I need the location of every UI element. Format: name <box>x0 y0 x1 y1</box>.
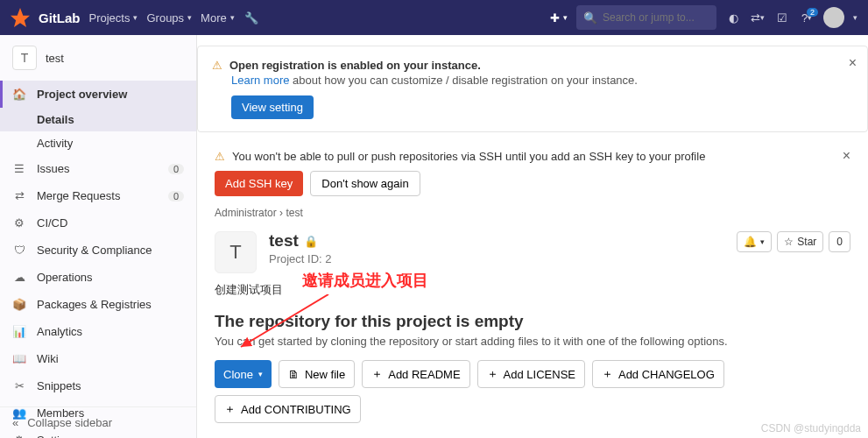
project-avatar-icon: T <box>215 231 257 273</box>
empty-hint: You can get started by cloning the repos… <box>215 335 850 348</box>
sidebar-icon: 📊 <box>12 325 26 338</box>
add-ssh-key-button[interactable]: Add SSH key <box>215 171 303 196</box>
sidebar-icon: ⇄ <box>12 189 26 202</box>
sidebar-item-snippets[interactable]: ✂Snippets <box>0 372 196 399</box>
learn-more-link[interactable]: Learn more <box>231 74 289 87</box>
notification-dropdown[interactable]: 🔔 ▾ <box>737 231 772 252</box>
collapse-sidebar[interactable]: « Collapse sidebar <box>0 406 196 438</box>
count-badge: 0 <box>168 191 184 201</box>
registration-alert: × ⚠ Open registration is enabled on your… <box>197 46 868 132</box>
sidebar-icon: ☰ <box>12 162 26 175</box>
merge-requests-icon[interactable]: ⇄▾ <box>750 10 766 25</box>
clone-dropdown[interactable]: Clone▾ <box>215 360 272 388</box>
nav-groups[interactable]: Groups▾ <box>146 11 192 25</box>
search-bar[interactable]: 🔍 <box>576 5 716 30</box>
ssh-alert: ⚠ You won't be able to pull or push repo… <box>215 139 850 171</box>
nav-more[interactable]: More▾ <box>201 11 235 25</box>
sidebar-icon: ✂ <box>12 379 26 392</box>
brand[interactable]: GitLab <box>39 11 81 25</box>
sidebar-item-merge-requests[interactable]: ⇄Merge Requests0 <box>0 182 196 209</box>
sidebar-subitem-activity[interactable]: Activity <box>0 131 196 155</box>
count-badge: 0 <box>168 164 184 174</box>
view-setting-button[interactable]: View setting <box>231 95 314 119</box>
sidebar-item-label: CI/CD <box>37 216 184 230</box>
project-header: T test 🔒 Project ID: 2 🔔 ▾ ☆ Star 0 <box>215 231 850 273</box>
project-title: test 🔒 <box>269 231 332 251</box>
star-count: 0 <box>829 231 850 252</box>
sidebar-project-name: test <box>46 52 64 65</box>
sidebar-item-security-compliance[interactable]: 🛡Security & Compliance <box>0 237 196 264</box>
sidebar-item-label: Project overview <box>37 88 184 101</box>
sidebar-item-packages-registries[interactable]: 📦Packages & Registries <box>0 291 196 318</box>
crumb-owner[interactable]: Administrator <box>215 207 277 219</box>
project-id: Project ID: 2 <box>269 252 332 265</box>
plus-icon: ＋ <box>487 366 498 382</box>
warning-icon: ⚠ <box>212 59 222 72</box>
sidebar-icon: ⚙ <box>12 216 26 230</box>
new-dropdown[interactable]: ✚ ▾ <box>550 11 568 25</box>
add-license-button[interactable]: ＋Add LICENSE <box>477 360 585 388</box>
search-icon: 🔍 <box>583 11 597 25</box>
issues-icon[interactable]: ◐ <box>725 10 741 25</box>
add-changelog-button[interactable]: ＋Add CHANGELOG <box>592 360 724 388</box>
sidebar-item-label: Wiki <box>37 352 184 365</box>
todo-icon[interactable]: ☑ <box>774 10 790 25</box>
chevron-left-icon: « <box>12 416 18 429</box>
plus-icon: ＋ <box>224 401 236 417</box>
sidebar-subitem-details[interactable]: Details <box>0 108 196 131</box>
sidebar-icon: 📖 <box>12 352 26 365</box>
warning-icon: ⚠ <box>215 150 225 163</box>
plus-icon: ＋ <box>371 366 383 382</box>
sidebar-item-label: Analytics <box>37 325 184 338</box>
action-row: Clone▾ 🗎New file ＋Add README ＋Add LICENS… <box>215 360 850 423</box>
sidebar-item-issues[interactable]: ☰Issues0 <box>0 155 196 182</box>
sidebar-item-ci-cd[interactable]: ⚙CI/CD <box>0 209 196 237</box>
sidebar-item-operations[interactable]: ☁Operations <box>0 264 196 291</box>
close-icon[interactable]: × <box>849 55 857 71</box>
sidebar-item-label: Operations <box>37 271 184 284</box>
sidebar-icon: 📦 <box>12 298 26 311</box>
main: × ⚠ Open registration is enabled on your… <box>197 35 868 438</box>
add-contributing-button[interactable]: ＋Add CONTRIBUTING <box>215 395 361 423</box>
sidebar: T test 🏠Project overviewDetailsActivity☰… <box>0 35 197 438</box>
close-icon[interactable]: × <box>843 148 850 164</box>
help-icon[interactable]: ?2▾ <box>799 10 815 25</box>
avatar[interactable] <box>823 7 844 28</box>
empty-title: The repository for this project is empty <box>215 312 850 331</box>
sidebar-item-project-overview[interactable]: 🏠Project overview <box>0 81 196 108</box>
file-icon: 🗎 <box>288 368 300 381</box>
new-file-button[interactable]: 🗎New file <box>279 360 355 388</box>
alert-subtitle: Learn more about how you can customize /… <box>231 74 853 87</box>
ssh-alert-text: You won't be able to pull or push reposi… <box>232 150 705 163</box>
sidebar-icon: ☁ <box>12 271 26 284</box>
search-input[interactable] <box>603 11 734 24</box>
sidebar-project-header[interactable]: T test <box>0 35 196 81</box>
watermark: CSDN @studyingdda <box>761 422 861 434</box>
breadcrumb: Administrator › test <box>215 200 850 231</box>
sidebar-item-label: Snippets <box>37 379 184 392</box>
sidebar-item-analytics[interactable]: 📊Analytics <box>0 318 196 345</box>
topbar: GitLab Projects▾ Groups▾ More▾ 🔧 ✚ ▾ 🔍 ◐… <box>0 0 868 35</box>
nav-projects[interactable]: Projects▾ <box>89 11 138 25</box>
sidebar-item-label: Merge Requests <box>37 189 158 202</box>
dont-show-again-button[interactable]: Don't show again <box>310 171 420 196</box>
sidebar-icon: 🏠 <box>12 88 26 101</box>
plus-icon: ＋ <box>602 366 613 382</box>
sidebar-item-label: Issues <box>37 162 158 175</box>
sidebar-item-label: Security & Compliance <box>37 244 184 257</box>
admin-icon[interactable]: 🔧 <box>243 10 259 25</box>
alert-title: Open registration is enabled on your ins… <box>229 59 481 72</box>
project-description: 创建测试项目 <box>215 282 850 298</box>
lock-icon: 🔒 <box>304 235 318 248</box>
sidebar-item-label: Packages & Registries <box>37 298 184 311</box>
add-readme-button[interactable]: ＋Add README <box>362 360 469 388</box>
crumb-project[interactable]: test <box>286 207 302 219</box>
sidebar-icon: 🛡 <box>12 244 26 257</box>
project-letter-icon: T <box>12 46 37 70</box>
sidebar-item-wiki[interactable]: 📖Wiki <box>0 345 196 372</box>
gitlab-logo-icon <box>11 8 30 27</box>
star-button[interactable]: ☆ Star <box>777 231 823 252</box>
